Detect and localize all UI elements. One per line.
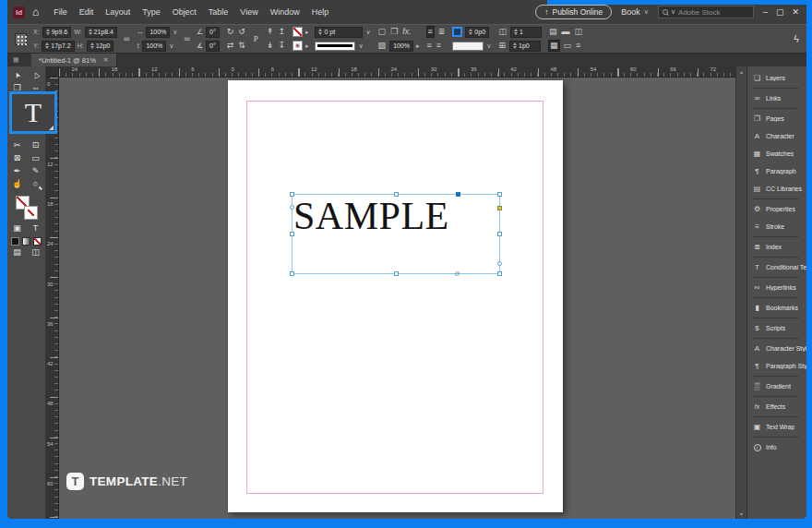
- flip-vertical-button[interactable]: ⇅: [237, 41, 246, 51]
- handle-bottom-right[interactable]: [497, 271, 502, 276]
- menu-window[interactable]: Window: [270, 7, 300, 17]
- formatting-affects-text[interactable]: T: [29, 222, 43, 234]
- formatting-affects-container[interactable]: ▣: [10, 222, 25, 234]
- adobe-stock-search[interactable]: ∨ Adobe Stock: [658, 6, 754, 18]
- out-port-handle[interactable]: [497, 261, 502, 266]
- publish-online-button[interactable]: ↑ Publish Online: [535, 5, 612, 19]
- align-button[interactable]: ≣: [437, 27, 447, 37]
- stroke-weight-field[interactable]: 0 pt: [315, 27, 363, 38]
- align-button[interactable]: ≡: [426, 41, 433, 51]
- shear-field[interactable]: 0°: [206, 41, 220, 52]
- panel-paragraph[interactable]: ¶Paragraph: [747, 162, 806, 180]
- minimize-button[interactable]: –: [763, 7, 768, 17]
- panel-layers[interactable]: ❏Layers: [747, 69, 806, 87]
- handle-middle-left[interactable]: [290, 232, 294, 236]
- select-content-button[interactable]: ↡: [266, 41, 275, 51]
- opacity-field[interactable]: 100%: [389, 41, 413, 52]
- constrain-dimensions-icon[interactable]: ∞: [124, 34, 129, 43]
- rotate-ccw-button[interactable]: ↺: [237, 27, 246, 37]
- object-style-icon[interactable]: ❒: [389, 27, 399, 37]
- book-dropdown[interactable]: Book ∨: [621, 7, 649, 17]
- flyout-icon[interactable]: ▸: [305, 42, 309, 50]
- auto-size-icon[interactable]: [452, 27, 462, 37]
- align-button[interactable]: ≡: [426, 26, 435, 38]
- swatch-dropdown[interactable]: [452, 42, 484, 51]
- chevron-down-icon[interactable]: ∨: [365, 29, 370, 36]
- inset-field[interactable]: 0p0: [465, 27, 489, 38]
- vjustify-button[interactable]: ▬: [561, 27, 571, 37]
- home-icon[interactable]: ⌂: [32, 7, 39, 17]
- stroke-style-dropdown[interactable]: [315, 42, 355, 51]
- panel-paragraph-styles[interactable]: ¶Paragraph Styles: [747, 357, 806, 375]
- chevron-down-icon[interactable]: ∨: [358, 42, 363, 50]
- out-port-icon[interactable]: o: [455, 270, 460, 277]
- vjustify-button[interactable]: ▦: [548, 40, 560, 52]
- flyout-icon[interactable]: ▸: [416, 42, 420, 50]
- scissors-tool[interactable]: ✂: [10, 139, 25, 151]
- panel-effects[interactable]: fxEffects: [747, 398, 806, 415]
- select-next-button[interactable]: ↧: [277, 41, 286, 51]
- tab-close-icon[interactable]: ✕: [103, 56, 109, 64]
- menu-table[interactable]: Table: [209, 7, 229, 17]
- handle-bottom-left[interactable]: [290, 271, 294, 276]
- w-field[interactable]: 21p8.4: [85, 27, 117, 38]
- vjustify-button[interactable]: ◫: [574, 27, 584, 37]
- vjustify-button[interactable]: ▭: [563, 41, 573, 51]
- document-page[interactable]: SAMPLE o: [228, 80, 563, 512]
- panel-gradient[interactable]: ▒Gradient: [747, 378, 806, 395]
- gutter-field[interactable]: 1p0: [509, 41, 541, 52]
- flyout-icon[interactable]: ▸: [305, 29, 309, 36]
- hand-tool[interactable]: ☝: [10, 178, 25, 190]
- handle-middle-right[interactable]: [497, 232, 502, 236]
- fx-button[interactable]: fx.: [401, 27, 412, 37]
- panel-conditional-text[interactable]: TConditional Text: [747, 258, 806, 276]
- ruler-corner[interactable]: [46, 66, 59, 78]
- panel-character[interactable]: ACharacter: [747, 127, 806, 145]
- pencil-tool[interactable]: ✎: [29, 165, 43, 177]
- in-port[interactable]: [290, 205, 294, 210]
- close-button[interactable]: ✕: [792, 7, 799, 17]
- quick-actions-icon[interactable]: ϟ: [794, 33, 803, 44]
- apply-none-button[interactable]: [33, 237, 42, 246]
- workspace-grip-icon[interactable]: ▦: [13, 56, 31, 64]
- selected-anchor[interactable]: [456, 192, 460, 197]
- menu-file[interactable]: File: [54, 7, 67, 17]
- menu-layout[interactable]: Layout: [105, 7, 130, 17]
- scale-y-field[interactable]: 100%: [142, 41, 166, 52]
- stroke-swatch[interactable]: [293, 41, 303, 51]
- columns-field[interactable]: 1: [510, 27, 542, 38]
- panel-text-wrap[interactable]: ▣Text Wrap: [747, 418, 806, 436]
- vertical-scrollbar[interactable]: ▴ ▾: [735, 66, 746, 519]
- apply-gradient-button[interactable]: [22, 237, 30, 246]
- menu-view[interactable]: View: [240, 7, 257, 17]
- corner-options-icon[interactable]: ▢: [377, 27, 388, 37]
- y-field[interactable]: 17p7.2: [42, 41, 74, 52]
- menu-type[interactable]: Type: [142, 7, 161, 17]
- panel-hyperlinks[interactable]: ∾Hyperlinks: [747, 279, 806, 296]
- panel-character-styles[interactable]: ACharacter Styles: [747, 340, 806, 357]
- panel-stroke[interactable]: ≡Stroke: [747, 218, 806, 235]
- rectangle-tool[interactable]: ▭: [29, 152, 43, 164]
- maximize-button[interactable]: ▢: [776, 7, 784, 17]
- menu-help[interactable]: Help: [312, 7, 329, 17]
- chevron-down-icon[interactable]: ∨: [173, 29, 177, 36]
- panel-bookmarks[interactable]: ▮Bookmarks: [747, 299, 806, 317]
- corner-options-handle[interactable]: [497, 206, 502, 210]
- panel-swatches[interactable]: ▦Swatches: [747, 145, 806, 162]
- rotate-cw-button[interactable]: ↻: [226, 27, 235, 37]
- scale-x-field[interactable]: 100%: [146, 27, 170, 38]
- handle-top-center[interactable]: [394, 192, 399, 197]
- vertical-ruler[interactable]: 0612182430364248546066: [46, 78, 59, 519]
- horizontal-ruler[interactable]: 2418126061218243036424854606672: [59, 66, 735, 78]
- toolbar-stroke-swatch[interactable]: [24, 206, 38, 220]
- vjustify-button[interactable]: ≡: [575, 41, 581, 51]
- free-transform-tool[interactable]: ⊡: [29, 139, 43, 151]
- menu-object[interactable]: Object: [173, 7, 197, 17]
- vjustify-button[interactable]: ▤: [548, 27, 558, 37]
- scroll-down-icon[interactable]: ▾: [740, 510, 743, 517]
- h-field[interactable]: 12p0: [87, 41, 114, 52]
- apply-color-button[interactable]: [11, 237, 19, 246]
- panel-cc-libraries[interactable]: ▤CC Libraries: [747, 180, 806, 198]
- fill-swatch[interactable]: [293, 27, 303, 37]
- panel-links[interactable]: ∞Links: [747, 90, 806, 107]
